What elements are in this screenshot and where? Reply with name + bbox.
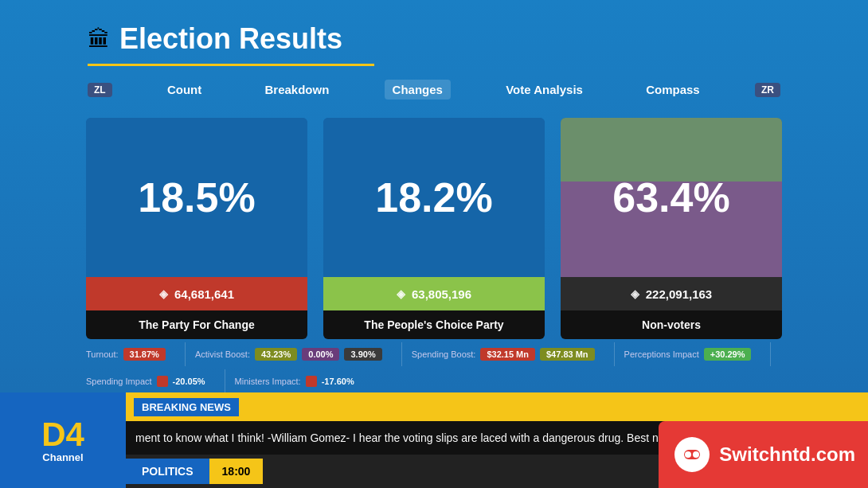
divider1 [185, 342, 186, 366]
card1-main: 18.5% [86, 118, 307, 277]
tab-changes[interactable]: Changes [385, 80, 451, 100]
tab-vote-analysis[interactable]: Vote Analysis [498, 80, 591, 100]
channel-name: D4 [41, 418, 84, 451]
card1-vote-icon: ◈ [159, 287, 168, 300]
card-party2: 18.2% ◈ 63,805,196 The People's Choice P… [323, 118, 545, 339]
stat-activist-label: Activist Boost: [195, 349, 250, 359]
brand-name: Switchntd.com [719, 443, 855, 466]
stat-turnout-group: Turnout: 31.87% [86, 348, 166, 361]
breaking-news-label: BREAKING NEWS [134, 398, 239, 416]
stat-spending-impact-label: Spending Impact [86, 377, 152, 386]
politics-time: 18:00 [209, 459, 264, 484]
divider5 [225, 369, 225, 393]
stat-spending-val1: $32.15 Mn [480, 348, 535, 361]
stat-spending-impact-group: Spending Impact -20.05% [86, 376, 205, 387]
card3-green [561, 118, 782, 182]
stat-activist-val2: 0.00% [302, 348, 339, 361]
stat-spending-impact-icon [157, 376, 168, 387]
tab-compass[interactable]: Compass [638, 80, 708, 100]
stat-activist-val1: 43.23% [255, 348, 297, 361]
ticker-text: ment to know what I think! -William Gome… [135, 431, 746, 444]
stat-spending-val2: $47.83 Mn [540, 348, 595, 361]
card3-vote-bar: ◈ 222,091,163 [561, 277, 782, 310]
stat-activist-group: Activist Boost: 43.23% 0.00% 3.90% [195, 348, 382, 361]
card-party1: 18.5% ◈ 64,681,641 The Party For Change [86, 118, 307, 339]
card1-vote-count: 64,681,641 [174, 287, 234, 301]
channel-label: Channel [42, 451, 83, 463]
stat-ministers-label: Ministers Impact: [235, 377, 301, 386]
divider3 [614, 342, 615, 366]
stat-spending-label: Spending Boost: [412, 349, 476, 359]
bottom-bar: D4 Channel BREAKING NEWS ment to know wh… [0, 392, 868, 488]
breaking-news-bar: BREAKING NEWS [126, 392, 868, 421]
cards-container: 18.5% ◈ 64,681,641 The Party For Change … [86, 118, 782, 339]
card2-vote-icon: ◈ [397, 287, 405, 300]
stat-ministers-icon [306, 376, 317, 387]
politics-category: POLITICS [126, 459, 209, 484]
card2-vote-count: 63,805,196 [412, 287, 471, 301]
divider2 [401, 342, 402, 366]
stat-turnout-value: 31.87% [123, 348, 166, 361]
card3-label: Non-voters [561, 310, 782, 339]
stat-perceptions-group: Perceptions Impact +30.29% [624, 348, 752, 361]
card3-vote-icon: ◈ [631, 287, 639, 300]
tab-breakdown[interactable]: Breakdown [257, 80, 338, 100]
stats-row: Turnout: 31.87% Activist Boost: 43.23% 0… [86, 342, 782, 393]
tab-prev-btn[interactable]: ZL [88, 83, 112, 97]
channel-section: D4 Channel [0, 392, 126, 488]
main-background: 🏛 Election Results ZL Count Breakdown Ch… [0, 0, 868, 488]
card1-percentage: 18.5% [138, 174, 255, 221]
card3-vote-count: 222,091,163 [646, 287, 712, 301]
card3-top: 63.4% [561, 118, 782, 277]
stat-activist-val3: 3.90% [344, 348, 381, 361]
svg-point-1 [685, 451, 691, 458]
svg-point-2 [693, 451, 699, 458]
card-nonvoters: 63.4% ◈ 222,091,163 Non-voters [561, 118, 782, 339]
card1-label: The Party For Change [86, 310, 307, 339]
stat-spending-group: Spending Boost: $32.15 Mn $47.83 Mn [412, 348, 595, 361]
tab-count[interactable]: Count [159, 80, 209, 100]
stat-perceptions-label: Perceptions Impact [624, 349, 699, 359]
header-underline [88, 64, 374, 66]
stat-spending-impact-value: -20.05% [173, 377, 205, 386]
divider4 [770, 342, 771, 366]
card2-percentage: 18.2% [375, 174, 492, 221]
tabs-bar: ZL Count Breakdown Changes Vote Analysis… [88, 80, 780, 100]
stat-ministers-group: Ministers Impact: -17.60% [235, 376, 354, 387]
card2-vote-bar: ◈ 63,805,196 [323, 277, 545, 310]
stat-turnout-label: Turnout: [86, 349, 119, 359]
stats-inner: Turnout: 31.87% Activist Boost: 43.23% 0… [86, 342, 782, 393]
switch-svg-icon [681, 443, 703, 466]
switchntd-logo: Switchntd.com [659, 421, 868, 488]
card2-main: 18.2% [323, 118, 545, 277]
card3-percentage: 63.4% [612, 174, 729, 221]
page-title: Election Results [119, 22, 342, 56]
card1-vote-bar: ◈ 64,681,641 [86, 277, 307, 310]
switch-icon [674, 437, 710, 472]
tab-next-btn[interactable]: ZR [755, 83, 780, 97]
card2-label: The People's Choice Party [323, 310, 545, 339]
header: 🏛 Election Results [88, 22, 342, 56]
header-icon: 🏛 [88, 26, 110, 53]
stat-perceptions-value: +30.29% [704, 348, 752, 361]
stat-ministers-value: -17.60% [322, 377, 354, 386]
